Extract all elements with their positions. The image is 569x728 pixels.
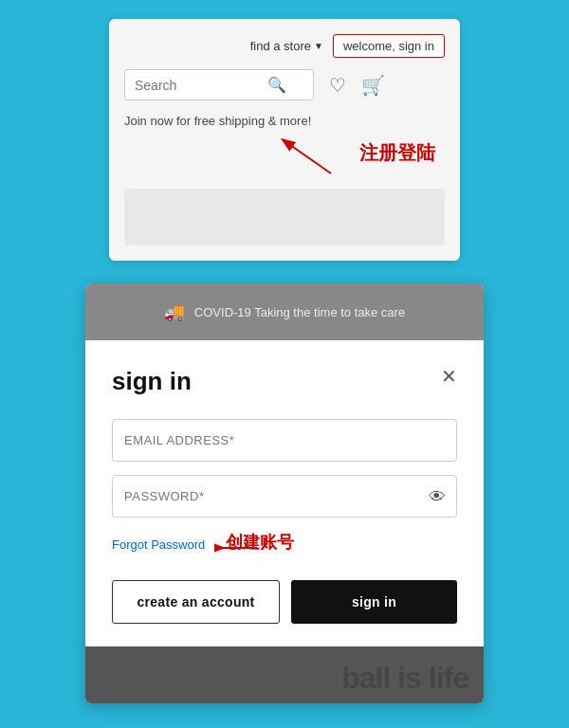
search-input[interactable] [135,78,267,93]
cart-icon[interactable]: 🛒 [361,74,385,97]
annotation-top: 注册登陆 [124,136,445,183]
email-input[interactable] [112,419,457,462]
password-row: 👁 [112,475,457,518]
find-store[interactable]: find a store ▼ [250,39,323,53]
annotation-arrow-top-svg [274,136,350,178]
search-row: 🔍 ♡ 🛒 [124,69,445,100]
annotation-text-bottom: 创建账号 [226,531,294,554]
covid-text: COVID-19 Taking the time to take care [194,305,405,319]
password-input[interactable] [112,475,457,518]
modal-title: sign in [112,367,192,396]
join-text: Join now for free shipping & more! [124,114,445,128]
chevron-down-icon: ▼ [314,41,323,51]
modal-header: sign in ✕ [112,367,457,396]
forgot-row: Forgot Password 创建账号 [112,527,457,561]
covid-banner: 🚚 COVID-19 Taking the time to take care [85,283,484,340]
sign-in-button[interactable]: sign in [291,580,457,624]
truck-icon: 🚚 [164,301,185,322]
top-card: find a store ▼ welcome, sign in 🔍 ♡ 🛒 Jo… [109,19,460,261]
signin-modal: sign in ✕ 👁 Forgot Password 创建账号 create [85,340,484,646]
bottom-card: 🚚 COVID-19 Taking the time to take care … [85,283,484,703]
wishlist-icon[interactable]: ♡ [329,74,346,97]
close-button[interactable]: ✕ [441,367,457,386]
bottom-dark-bg: ball is life [85,646,484,703]
gray-placeholder [124,189,445,246]
top-header: find a store ▼ welcome, sign in [124,34,445,58]
create-account-button[interactable]: create an account [112,580,280,624]
welcome-signin-button[interactable]: welcome, sign in [333,34,445,58]
search-icon: 🔍 [267,76,286,94]
annotation-text-top: 注册登陆 [359,140,435,166]
search-box[interactable]: 🔍 [124,69,314,100]
eye-icon[interactable]: 👁 [429,486,446,506]
find-store-label: find a store [250,39,311,53]
svg-line-1 [284,140,331,173]
ball-is-life-text: ball is life [341,661,468,696]
buttons-row: create an account sign in [112,580,457,624]
forgot-password-link[interactable]: Forgot Password [112,537,205,552]
